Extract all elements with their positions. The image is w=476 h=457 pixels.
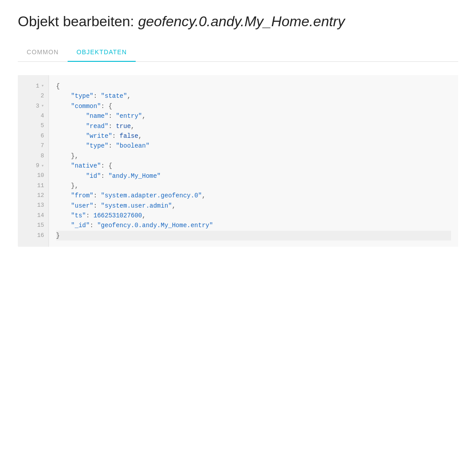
fold-icon-1[interactable]: ▾ (41, 82, 44, 90)
fold-icon-9[interactable]: ▾ (41, 162, 44, 170)
key-id: "id" (86, 171, 101, 181)
tab-common[interactable]: COMMON (18, 43, 68, 62)
val-from: "system.adapter.geofency.0" (101, 191, 202, 200)
val-id: "andy.My_Home" (109, 171, 161, 181)
key-write: "write" (86, 131, 112, 141)
line-num-4: 4 (18, 111, 48, 121)
code-line-5: "read": true, (56, 121, 451, 131)
line-numbers: 1 ▾ 2 3 ▾ 4 5 6 7 8 9 ▾ 10 11 12 13 14 1… (18, 75, 49, 247)
line-num-2: 2 (18, 91, 48, 101)
line-num-8: 8 (18, 151, 48, 161)
code-line-9: "native": { (56, 161, 451, 171)
page-title-static: Objekt bearbeiten: (18, 13, 134, 29)
fold-icon-3[interactable]: ▾ (41, 102, 44, 110)
val-boolean: "boolean" (116, 141, 149, 151)
code-line-15: "_id": "geofency.0.andy.My_Home.entry" (56, 220, 451, 230)
line-num-6: 6 (18, 131, 48, 141)
key-type: "type" (71, 91, 93, 101)
line-num-13: 13 (18, 201, 48, 211)
key-id2: "_id" (71, 220, 90, 230)
code-line-3: "common": { (56, 101, 451, 111)
code-line-6: "write": false, (56, 131, 451, 141)
code-line-1: { (56, 81, 451, 91)
val-id2: "geofency.0.andy.My_Home.entry" (97, 220, 213, 230)
line-num-11: 11 (18, 181, 48, 191)
code-content[interactable]: { "type": "state", "common": { "name": "… (49, 75, 458, 247)
key-from: "from" (71, 191, 93, 200)
code-line-4: "name": "entry", (56, 111, 451, 121)
tab-objektdaten[interactable]: OBJEKTDATEN (68, 43, 136, 62)
line-num-1: 1 ▾ (18, 81, 48, 91)
code-line-10: "id": "andy.My_Home" (56, 171, 451, 181)
key-type2: "type" (86, 141, 108, 151)
code-line-14: "ts": 1662531027600, (56, 211, 451, 220)
line-num-9: 9 ▾ (18, 161, 48, 171)
line-num-3: 3 ▾ (18, 101, 48, 111)
line-num-16: 16 (18, 231, 48, 241)
key-name: "name" (86, 111, 108, 121)
line-num-7: 7 (18, 141, 48, 151)
val-false: false (120, 131, 138, 141)
page-title-italic: geofency.0.andy.My_Home.entry (138, 13, 345, 29)
code-line-16: } (56, 231, 451, 241)
val-state: "state" (101, 91, 127, 101)
page-title: Objekt bearbeiten: geofency.0.andy.My_Ho… (18, 13, 458, 30)
page-container: Objekt bearbeiten: geofency.0.andy.My_Ho… (0, 0, 476, 260)
code-line-12: "from": "system.adapter.geofency.0", (56, 191, 451, 200)
tabs-container: COMMON OBJEKTDATEN (18, 43, 458, 62)
key-read: "read" (86, 121, 108, 131)
val-ts: 1662531027600 (93, 211, 142, 220)
line-num-15: 15 (18, 220, 48, 230)
code-editor: 1 ▾ 2 3 ▾ 4 5 6 7 8 9 ▾ 10 11 12 13 14 1… (18, 75, 458, 247)
val-entry: "entry" (116, 111, 142, 121)
line-num-10: 10 (18, 171, 48, 181)
line-num-14: 14 (18, 211, 48, 220)
line-num-5: 5 (18, 121, 48, 131)
key-common: "common" (71, 101, 101, 111)
code-line-7: "type": "boolean" (56, 141, 451, 151)
key-native: "native" (71, 161, 101, 171)
val-true: true (116, 121, 131, 131)
line-num-12: 12 (18, 191, 48, 200)
punct-1: { (56, 81, 60, 91)
key-ts: "ts" (71, 211, 86, 220)
code-line-11: }, (56, 181, 451, 191)
val-user: "system.user.admin" (101, 201, 172, 211)
code-line-13: "user": "system.user.admin", (56, 201, 451, 211)
code-line-2: "type": "state", (56, 91, 451, 101)
key-user: "user" (71, 201, 93, 211)
code-line-8: }, (56, 151, 451, 161)
